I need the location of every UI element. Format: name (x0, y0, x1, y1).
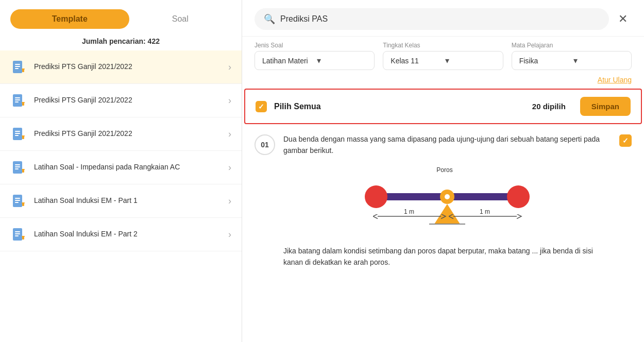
list-item[interactable]: Prediksi PTS Ganjil 2021/2022 › (0, 117, 242, 151)
simpan-button[interactable]: Simpan (580, 97, 631, 116)
svg-marker-42 (434, 204, 460, 224)
svg-text:1 m: 1 m (404, 208, 414, 215)
question-answer-text: Jika batang dalam kondisi setimbang dan … (283, 245, 611, 268)
atur-ulang-button[interactable]: Atur Ulang (598, 76, 632, 84)
list-item-text: Prediksi PTS Ganjil 2021/2022 (34, 129, 221, 139)
right-panel: 🔍 ✕ Jenis Soal Latihan Materi ▾ Tingkat … (242, 0, 644, 342)
filter-tingkat-kelas-label: Tingkat Kelas (383, 42, 503, 49)
svg-rect-23 (22, 169, 25, 170)
filter-tingkat-kelas-select[interactable]: Kelas 11 ▾ (383, 51, 503, 70)
svg-rect-27 (15, 202, 19, 203)
list-item[interactable]: Latihan Soal - Impedansi pada Rangkaian … (0, 151, 242, 184)
question-number: 01 (255, 134, 275, 155)
question-text: Dua benda dengan massa yang sama dipasan… (283, 133, 611, 157)
svg-rect-8 (15, 99, 20, 100)
filter-row: Jenis Soal Latihan Materi ▾ Tingkat Kela… (242, 37, 644, 73)
filter-mata-pelajaran-value: Fisika (519, 57, 570, 65)
chevron-right-icon: › (228, 95, 231, 106)
svg-rect-2 (15, 66, 20, 67)
chevron-right-icon: › (228, 229, 231, 240)
svg-rect-13 (15, 131, 20, 132)
list-item-text: Latihan Soal Induksi EM - Part 2 (34, 229, 221, 240)
svg-rect-3 (15, 68, 19, 69)
list-item-text: Prediksi PTS Ganjil 2021/2022 (34, 95, 221, 106)
filter-tingkat-kelas: Tingkat Kelas Kelas 11 ▾ (383, 42, 503, 70)
content-area: 01 Dua benda dengan massa yang sama dipa… (242, 124, 644, 342)
filter-mata-pelajaran-select[interactable]: Fisika ▾ (512, 51, 632, 70)
svg-rect-17 (22, 135, 25, 136)
list-item[interactable]: Latihan Soal Induksi EM - Part 2 › (0, 218, 242, 251)
svg-rect-29 (22, 202, 25, 203)
chevron-right-icon: › (228, 62, 231, 73)
list-item-text: Latihan Soal Induksi EM - Part 1 (34, 196, 221, 206)
document-icon (10, 159, 27, 176)
filter-jenis-soal-label: Jenis Soal (255, 42, 375, 49)
document-icon (10, 226, 27, 243)
chevron-down-icon: ▾ (445, 56, 496, 65)
svg-rect-9 (15, 101, 19, 102)
svg-rect-20 (15, 166, 20, 167)
question-content: Dua benda dengan massa yang sama dipasan… (283, 133, 611, 268)
svg-text:Poros: Poros (436, 166, 452, 174)
tab-row: Template Soal (0, 0, 242, 34)
svg-rect-26 (15, 200, 20, 201)
list-item[interactable]: Prediksi PTS Ganjil 2021/2022 › (0, 84, 242, 117)
filter-mata-pelajaran: Mata Pelajaran Fisika ▾ (512, 42, 632, 70)
svg-rect-31 (15, 231, 20, 232)
filter-jenis-soal-select[interactable]: Latihan Materi ▾ (255, 51, 375, 70)
svg-point-38 (365, 185, 387, 208)
chevron-down-icon: ▾ (573, 56, 624, 65)
search-bar-row: 🔍 ✕ (242, 0, 644, 37)
list-item[interactable]: Prediksi PTS Ganjil 2021/2022 › (0, 50, 242, 84)
document-icon (10, 92, 27, 109)
svg-rect-19 (15, 164, 20, 165)
svg-point-39 (507, 185, 530, 208)
chevron-right-icon: › (228, 129, 231, 140)
dipilih-count: 20 dipilih (532, 102, 566, 111)
svg-rect-7 (15, 97, 20, 98)
filter-tingkat-kelas-value: Kelas 11 (391, 57, 441, 65)
search-count: Jumlah pencarian: 422 (0, 34, 242, 50)
svg-rect-21 (15, 168, 19, 169)
tab-template[interactable]: Template (10, 9, 129, 29)
left-panel: Template Soal Jumlah pencarian: 422 Pred… (0, 0, 242, 342)
svg-point-41 (445, 194, 450, 199)
question-checkbox[interactable] (619, 134, 632, 147)
search-input-wrap: 🔍 (255, 8, 609, 30)
search-input[interactable] (280, 14, 600, 24)
list-item-text: Latihan Soal - Impedansi pada Rangkaian … (34, 162, 221, 173)
pilih-semua-label: Pilih Semua (274, 102, 525, 111)
svg-text:1 m: 1 m (480, 208, 490, 215)
list-item[interactable]: Latihan Soal Induksi EM - Part 1 › (0, 184, 242, 218)
svg-rect-33 (15, 235, 19, 236)
question-block: 01 Dua benda dengan massa yang sama dipa… (255, 133, 632, 268)
pilih-semua-checkbox[interactable] (256, 101, 267, 112)
svg-rect-35 (22, 236, 25, 237)
list-item-text: Prediksi PTS Ganjil 2021/2022 (34, 62, 221, 72)
document-icon (10, 59, 27, 75)
svg-rect-1 (15, 64, 20, 65)
svg-rect-5 (22, 69, 25, 70)
document-icon (10, 193, 27, 209)
close-button[interactable]: ✕ (614, 10, 632, 28)
chevron-down-icon: ▾ (317, 56, 367, 65)
atur-ulang-row: Atur Ulang (242, 73, 644, 89)
list-container: Prediksi PTS Ganjil 2021/2022 › Prediksi… (0, 50, 242, 342)
svg-rect-25 (15, 198, 20, 199)
search-icon: 🔍 (264, 13, 275, 25)
select-bar: Pilih Semua 20 dipilih Simpan (244, 89, 642, 124)
svg-rect-32 (15, 233, 20, 234)
filter-jenis-soal: Jenis Soal Latihan Materi ▾ (255, 42, 375, 70)
filter-jenis-soal-value: Latihan Materi (262, 57, 313, 65)
svg-rect-15 (15, 135, 19, 136)
svg-rect-14 (15, 133, 20, 134)
tab-soal[interactable]: Soal (129, 9, 232, 29)
diagram-wrap: Poros (283, 165, 611, 237)
chevron-right-icon: › (228, 162, 231, 173)
document-icon (10, 126, 27, 142)
balance-diagram: Poros (349, 165, 545, 237)
filter-mata-pelajaran-label: Mata Pelajaran (512, 42, 632, 49)
chevron-right-icon: › (228, 196, 231, 207)
svg-rect-11 (22, 102, 25, 103)
